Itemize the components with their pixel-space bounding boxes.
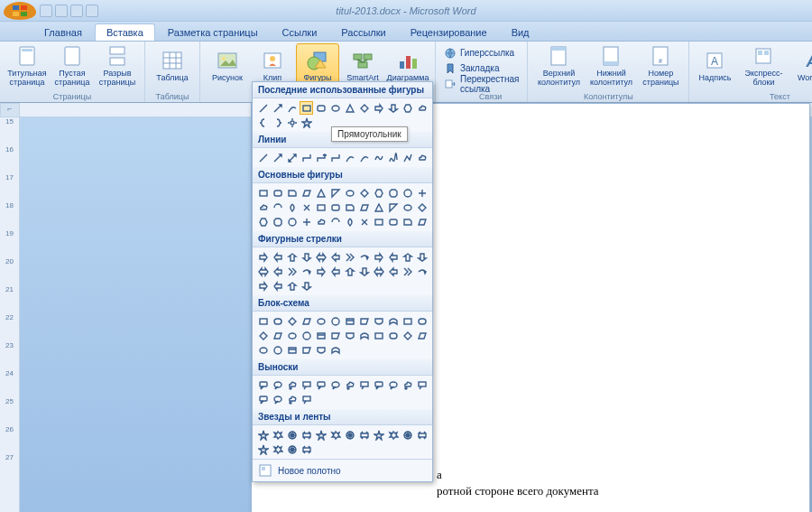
shape-item[interactable] [271, 428, 284, 442]
shape-line[interactable] [285, 151, 299, 164]
shape-item[interactable] [415, 428, 429, 442]
hyperlink-button[interactable]: Гиперссылка [441, 45, 521, 61]
shape-item[interactable] [285, 265, 299, 278]
tab-view[interactable]: Вид [500, 23, 541, 41]
shape-item[interactable] [386, 314, 400, 328]
shape-item[interactable] [343, 200, 356, 214]
shape-item[interactable] [328, 265, 342, 278]
shape-item[interactable] [285, 393, 299, 406]
shape-item[interactable] [372, 250, 385, 264]
shape-item[interactable] [343, 378, 356, 392]
shape-item[interactable] [285, 329, 299, 342]
shape-item[interactable] [300, 215, 313, 228]
shape-sun[interactable] [285, 116, 299, 129]
shape-diamond[interactable] [357, 101, 371, 115]
shape-item[interactable] [300, 393, 313, 406]
quickparts-button[interactable]: Экспресс-блоки [736, 43, 790, 88]
textbox-button[interactable]: AНадпись [695, 43, 734, 88]
shape-item[interactable] [415, 329, 429, 342]
shape-rounded-rect[interactable] [314, 101, 328, 115]
shape-item[interactable] [314, 329, 328, 342]
shape-line-arrow[interactable] [271, 101, 284, 115]
shape-item[interactable] [256, 250, 270, 264]
shape-triangle[interactable] [343, 101, 356, 115]
shape-item[interactable] [357, 215, 371, 228]
vertical-ruler[interactable]: 15 16 17 18 19 20 21 22 23 24 25 26 27 [0, 117, 20, 512]
shape-item[interactable] [343, 250, 356, 264]
shape-item[interactable] [386, 378, 400, 392]
shape-item[interactable] [401, 329, 414, 342]
cross-reference-button[interactable]: Перекрестная ссылка [441, 76, 521, 91]
cover-page-button[interactable]: Титульная страница [5, 43, 49, 88]
tab-review[interactable]: Рецензирование [399, 23, 499, 41]
qat-more-icon[interactable] [86, 5, 98, 17]
shape-item[interactable] [357, 329, 371, 342]
shape-item[interactable] [357, 250, 371, 264]
header-button[interactable]: Верхний колонтитул [533, 43, 584, 88]
shape-item[interactable] [328, 200, 342, 214]
shape-item[interactable] [271, 279, 284, 293]
shape-item[interactable] [314, 265, 328, 278]
shape-brace-right[interactable] [271, 116, 284, 129]
qat-save-icon[interactable] [40, 5, 52, 17]
shape-item[interactable] [328, 378, 342, 392]
shape-curve[interactable] [357, 151, 371, 164]
shape-item[interactable] [401, 314, 414, 328]
shape-elbow[interactable] [314, 151, 328, 164]
shape-scribble[interactable] [386, 151, 400, 164]
shape-item[interactable] [285, 378, 299, 392]
shape-item[interactable] [357, 378, 371, 392]
shape-item[interactable] [300, 329, 313, 342]
shape-item[interactable] [285, 314, 299, 328]
shape-cloud[interactable] [415, 101, 429, 115]
shape-freeform[interactable] [401, 151, 414, 164]
shape-item[interactable] [401, 265, 414, 278]
shape-item[interactable] [343, 314, 356, 328]
shape-item[interactable] [300, 314, 313, 328]
shape-item[interactable] [256, 442, 270, 456]
shape-item[interactable] [415, 200, 429, 214]
shape-item[interactable] [285, 343, 299, 357]
shape-item[interactable] [357, 314, 371, 328]
shape-item[interactable] [300, 200, 313, 214]
shape-line[interactable] [256, 101, 270, 115]
shape-item[interactable] [357, 186, 371, 200]
shape-item[interactable] [372, 265, 385, 278]
page-break-button[interactable]: Разрыв страницы [96, 43, 139, 88]
shape-item[interactable] [372, 314, 385, 328]
shape-freeform[interactable] [372, 151, 385, 164]
shape-item[interactable] [256, 393, 270, 406]
shape-item[interactable] [300, 186, 313, 200]
shape-item[interactable] [386, 200, 400, 214]
shape-hexagon[interactable] [401, 101, 414, 115]
shape-item[interactable] [314, 200, 328, 214]
tab-insert[interactable]: Вставка [95, 23, 155, 41]
shape-rectangle[interactable] [300, 101, 313, 115]
shape-cloud[interactable] [415, 151, 429, 164]
shape-item[interactable] [386, 329, 400, 342]
tab-page-layout[interactable]: Разметка страницы [156, 23, 270, 41]
shape-line[interactable] [271, 151, 284, 164]
shape-item[interactable] [285, 250, 299, 264]
shape-item[interactable] [314, 378, 328, 392]
shape-item[interactable] [285, 279, 299, 293]
shape-item[interactable] [415, 265, 429, 278]
shape-item[interactable] [300, 442, 313, 456]
new-canvas-button[interactable]: Новое полотно [253, 459, 432, 481]
shape-item[interactable] [328, 215, 342, 228]
shape-item[interactable] [271, 186, 284, 200]
shape-item[interactable] [300, 265, 313, 278]
shape-connector[interactable] [285, 101, 299, 115]
shape-item[interactable] [256, 215, 270, 228]
shape-item[interactable] [285, 200, 299, 214]
shape-item[interactable] [256, 265, 270, 278]
shape-item[interactable] [386, 215, 400, 228]
shape-item[interactable] [401, 215, 414, 228]
shape-item[interactable] [271, 265, 284, 278]
shape-item[interactable] [256, 329, 270, 342]
shape-item[interactable] [357, 200, 371, 214]
shape-item[interactable] [300, 279, 313, 293]
shape-item[interactable] [271, 442, 284, 456]
shape-item[interactable] [415, 314, 429, 328]
shape-item[interactable] [415, 215, 429, 228]
